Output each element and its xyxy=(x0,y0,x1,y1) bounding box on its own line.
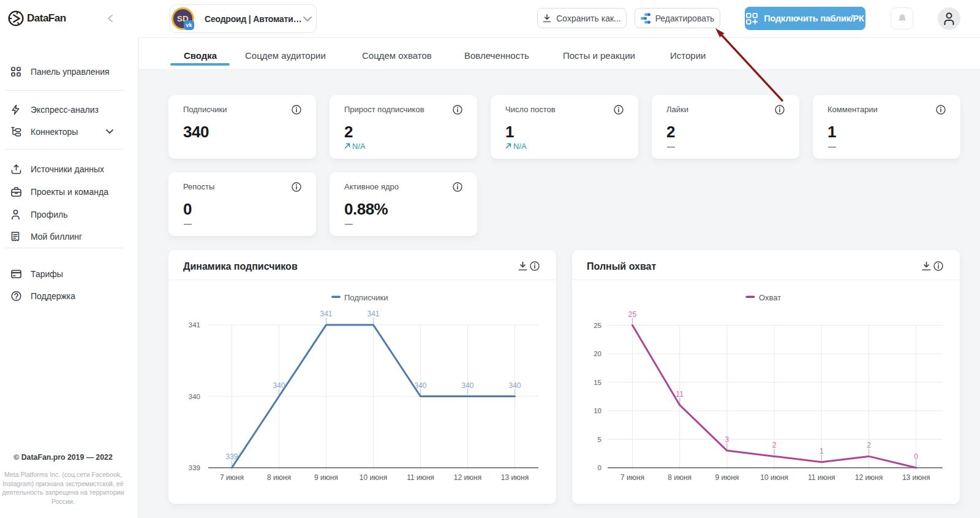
svg-text:339: 339 xyxy=(225,452,238,461)
svg-text:340: 340 xyxy=(189,393,200,400)
svg-text:3: 3 xyxy=(725,435,729,444)
svg-text:25: 25 xyxy=(628,310,637,319)
svg-text:13 июня: 13 июня xyxy=(902,473,930,482)
svg-text:340: 340 xyxy=(461,381,473,390)
svg-text:Подписчики: Подписчики xyxy=(344,293,388,302)
svg-text:1: 1 xyxy=(820,447,824,455)
svg-text:5: 5 xyxy=(598,436,601,443)
svg-text:341: 341 xyxy=(320,310,332,318)
svg-text:13 июня: 13 июня xyxy=(501,473,529,482)
svg-text:340: 340 xyxy=(508,381,521,390)
svg-text:340: 340 xyxy=(273,381,285,390)
svg-text:339: 339 xyxy=(189,464,200,471)
svg-text:Охват: Охват xyxy=(759,293,781,302)
svg-text:12 июня: 12 июня xyxy=(855,473,883,482)
svg-text:10: 10 xyxy=(594,407,601,414)
svg-text:9 июня: 9 июня xyxy=(314,473,338,482)
svg-text:10 июня: 10 июня xyxy=(360,473,388,482)
svg-text:341: 341 xyxy=(189,321,200,329)
svg-text:8 июня: 8 июня xyxy=(668,473,692,482)
svg-text:2: 2 xyxy=(772,441,777,449)
svg-text:7 июня: 7 июня xyxy=(620,473,644,482)
svg-text:2: 2 xyxy=(867,441,871,449)
svg-text:25: 25 xyxy=(594,322,601,329)
svg-text:11 июня: 11 июня xyxy=(808,473,835,482)
svg-text:10 июня: 10 июня xyxy=(760,473,788,482)
svg-text:341: 341 xyxy=(367,310,379,318)
svg-text:11 июня: 11 июня xyxy=(407,473,434,482)
svg-text:15: 15 xyxy=(594,379,601,386)
svg-text:11: 11 xyxy=(676,390,684,398)
svg-text:7 июня: 7 июня xyxy=(220,473,244,482)
svg-text:8 июня: 8 июня xyxy=(267,473,291,482)
svg-text:340: 340 xyxy=(414,381,426,390)
svg-text:0: 0 xyxy=(598,464,601,471)
svg-text:9 июня: 9 июня xyxy=(715,473,739,482)
svg-text:20: 20 xyxy=(594,350,601,357)
svg-text:12 июня: 12 июня xyxy=(454,473,482,482)
svg-text:0: 0 xyxy=(914,452,918,461)
